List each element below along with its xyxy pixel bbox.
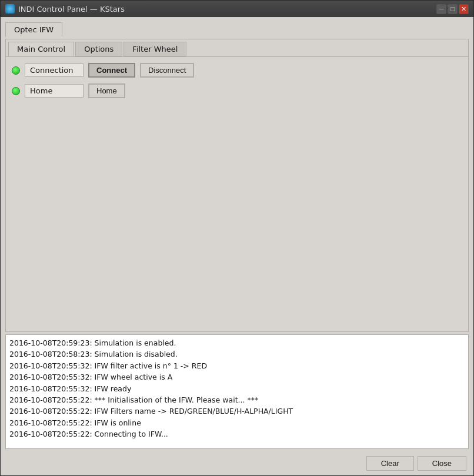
list-item: 2016-10-08T20:59:23: Simulation is enabl… <box>9 337 465 348</box>
titlebar-left: INDI Control Panel — KStars <box>5 4 125 14</box>
device-tabs: Optec IFW <box>3 19 471 36</box>
list-item: 2016-10-08T20:55:32: IFW wheel active is… <box>9 371 465 383</box>
panel-wrapper: Main Control Options Filter Wheel Connec… <box>5 39 469 332</box>
home-status-indicator <box>12 87 20 95</box>
minimize-button[interactable]: — <box>436 4 446 14</box>
window-title: INDI Control Panel — KStars <box>18 5 125 14</box>
list-item: 2016-10-08T20:55:22: *** Initialisation … <box>9 394 465 405</box>
home-label: Home <box>25 84 84 98</box>
content-spacer <box>12 104 462 326</box>
connection-status-indicator <box>12 66 20 75</box>
tab-content: Connection Connect Disconnect Home Home <box>6 57 468 331</box>
close-window-button[interactable]: Close <box>418 456 466 471</box>
list-item: 2016-10-08T20:55:22: IFW is online <box>9 417 465 428</box>
list-item: 2016-10-08T20:55:32: IFW filter active i… <box>9 360 465 371</box>
panel-tabs: Main Control Options Filter Wheel <box>6 39 468 57</box>
main-window: INDI Control Panel — KStars — □ ✕ Optec … <box>0 0 474 476</box>
home-button[interactable]: Home <box>88 83 125 98</box>
app-icon <box>5 4 15 14</box>
disconnect-button[interactable]: Disconnect <box>140 63 194 78</box>
log-area: 2016-10-08T20:59:23: Simulation is enabl… <box>5 334 469 449</box>
clear-button[interactable]: Clear <box>366 456 414 471</box>
connect-button[interactable]: Connect <box>88 63 135 78</box>
device-tab-optec-ifw[interactable]: Optec IFW <box>5 22 62 37</box>
home-row: Home Home <box>12 83 462 98</box>
maximize-button[interactable]: □ <box>448 4 458 14</box>
list-item: 2016-10-08T20:55:22: Connecting to IFW..… <box>9 428 465 440</box>
connection-label: Connection <box>25 63 84 77</box>
log-container[interactable]: 2016-10-08T20:59:23: Simulation is enabl… <box>5 334 469 449</box>
close-button[interactable]: ✕ <box>459 4 469 14</box>
tab-options[interactable]: Options <box>75 42 122 56</box>
window-content: Optec IFW Main Control Options Filter Wh… <box>1 17 473 475</box>
list-item: 2016-10-08T20:58:23: Simulation is disab… <box>9 348 465 360</box>
titlebar: INDI Control Panel — KStars — □ ✕ <box>1 1 473 17</box>
bottom-bar: Clear Close <box>3 454 471 473</box>
tab-main-control[interactable]: Main Control <box>8 42 74 56</box>
list-item: 2016-10-08T20:55:32: IFW ready <box>9 383 465 394</box>
list-item: 2016-10-08T20:55:22: IFW Filters name ->… <box>9 405 465 417</box>
tab-filter-wheel[interactable]: Filter Wheel <box>123 42 186 56</box>
connection-row: Connection Connect Disconnect <box>12 63 462 78</box>
titlebar-buttons: — □ ✕ <box>436 4 469 14</box>
